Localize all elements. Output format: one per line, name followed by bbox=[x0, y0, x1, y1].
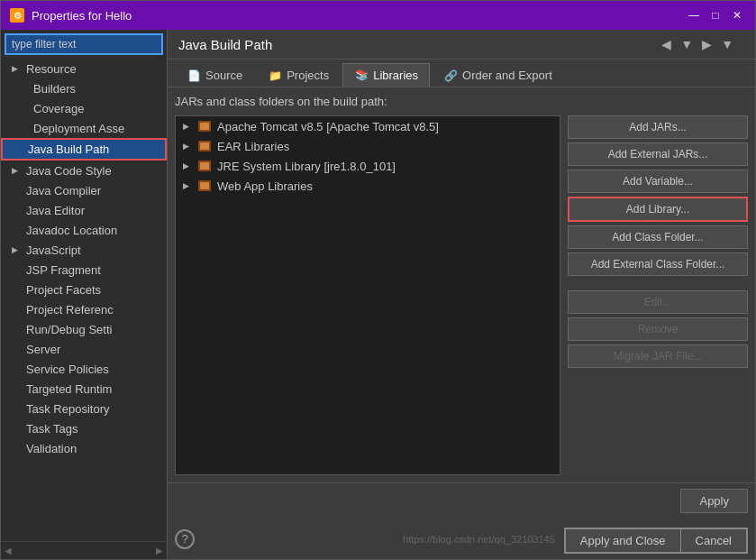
sidebar-item-label-run-debug: Run/Debug Setti bbox=[26, 323, 112, 336]
add-jars-button[interactable]: Add JARs... bbox=[568, 115, 748, 139]
tabs-bar: 📄 Source 📁 Projects 📚 Libraries 🔗 Order … bbox=[168, 60, 755, 87]
sidebar-item-deployment[interactable]: Deployment Asse bbox=[1, 118, 167, 138]
sidebar-item-targeted-runtime[interactable]: Targeted Runtim bbox=[1, 379, 167, 399]
add-variable-button[interactable]: Add Variable... bbox=[568, 170, 748, 193]
tree-item-jre[interactable]: ▶JRE System Library [jre1.8.0_101] bbox=[176, 156, 560, 176]
sidebar-item-server[interactable]: Server bbox=[1, 339, 167, 359]
sidebar-item-javascript[interactable]: ▶JavaScript bbox=[1, 240, 167, 260]
sidebar-item-task-tags[interactable]: Task Tags bbox=[1, 418, 167, 438]
sidebar-item-label-targeted-runtime: Targeted Runtim bbox=[26, 382, 112, 396]
sidebar-item-project-facets[interactable]: Project Facets bbox=[1, 280, 167, 299]
remove-button[interactable]: Remove bbox=[568, 317, 748, 341]
tab-projects[interactable]: 📁 Projects bbox=[256, 64, 341, 87]
minimize-button[interactable]: — bbox=[685, 6, 703, 24]
tree-icon-tomcat bbox=[197, 119, 212, 133]
sidebar-item-label-java-code-style: Java Code Style bbox=[26, 164, 112, 178]
add-class-folder-button[interactable]: Add Class Folder... bbox=[568, 225, 748, 249]
sidebar: ▶ResourceBuildersCoverageDeployment Asse… bbox=[1, 30, 168, 559]
status-url: https://blog.csdn.net/qq_32103145 bbox=[195, 534, 564, 545]
tab-order-export[interactable]: 🔗 Order and Export bbox=[432, 64, 564, 87]
tree-panel: ▶Apache Tomcat v8.5 [Apache Tomcat v8.5]… bbox=[175, 115, 560, 475]
libraries-tab-icon: 📚 bbox=[354, 68, 369, 82]
title-bar-left: ⚙ Properties for Hello bbox=[10, 8, 132, 23]
add-external-jars-button[interactable]: Add External JARs... bbox=[568, 142, 748, 166]
sidebar-item-label-task-repository: Task Repository bbox=[26, 402, 109, 416]
help-button[interactable]: ? bbox=[175, 529, 195, 549]
expand-arrow-javascript: ▶ bbox=[12, 245, 23, 254]
tree-item-ear-libraries[interactable]: ▶EAR Libraries bbox=[176, 136, 560, 156]
nav-dropdown-button[interactable]: ▼ bbox=[677, 35, 697, 53]
apply-and-close-button[interactable]: Apply and Close bbox=[565, 528, 681, 553]
nav-forward-button[interactable]: ▶ bbox=[698, 35, 715, 53]
sidebar-item-java-code-style[interactable]: ▶Java Code Style bbox=[1, 161, 167, 180]
sidebar-item-project-reference[interactable]: Project Referenc bbox=[1, 299, 167, 319]
sidebar-item-resource[interactable]: ▶Resource bbox=[1, 59, 167, 78]
cancel-button[interactable]: Cancel bbox=[681, 528, 747, 553]
expand-arrow-resource: ▶ bbox=[12, 64, 23, 73]
tree-item-webapp[interactable]: ▶Web App Libraries bbox=[176, 176, 560, 196]
tree-icon-webapp bbox=[197, 179, 212, 193]
tab-source[interactable]: 📄 Source bbox=[175, 64, 254, 87]
filter-input[interactable] bbox=[5, 33, 163, 55]
buttons-column: Add JARs... Add External JARs... Add Var… bbox=[568, 115, 748, 475]
add-external-class-folder-button[interactable]: Add External Class Folder... bbox=[568, 252, 748, 276]
close-button[interactable]: ✕ bbox=[728, 6, 746, 24]
sidebar-item-label-builders: Builders bbox=[33, 82, 76, 96]
tree-item-tomcat[interactable]: ▶Apache Tomcat v8.5 [Apache Tomcat v8.5] bbox=[176, 116, 560, 136]
jars-label: JARs and class folders on the build path… bbox=[175, 95, 748, 108]
apply-button[interactable]: Apply bbox=[680, 489, 748, 513]
sidebar-list: ▶ResourceBuildersCoverageDeployment Asse… bbox=[1, 59, 167, 541]
sidebar-item-java-compiler[interactable]: Java Compiler bbox=[1, 180, 167, 200]
panel-title: Java Build Path bbox=[178, 37, 272, 52]
tree-item-label-webapp: Web App Libraries bbox=[217, 179, 313, 193]
tree-arrow-jre: ▶ bbox=[183, 161, 192, 170]
main-content: ▶ResourceBuildersCoverageDeployment Asse… bbox=[1, 30, 755, 559]
sidebar-item-run-debug[interactable]: Run/Debug Setti bbox=[1, 319, 167, 339]
sidebar-item-label-resource: Resource bbox=[26, 62, 77, 76]
projects-tab-icon: 📁 bbox=[268, 69, 282, 83]
panel-body: JARs and class folders on the build path… bbox=[168, 87, 755, 482]
sidebar-item-label-java-compiler: Java Compiler bbox=[26, 184, 101, 197]
nav-back-button[interactable]: ◀ bbox=[658, 35, 675, 53]
bottom-row: ? https://blog.csdn.net/qq_32103145 Appl… bbox=[168, 519, 755, 559]
properties-window: ⚙ Properties for Hello — □ ✕ ▶ResourceBu… bbox=[0, 0, 756, 560]
sidebar-item-label-server: Server bbox=[26, 343, 60, 356]
sidebar-item-label-task-tags: Task Tags bbox=[26, 422, 78, 436]
title-bar-controls: — □ ✕ bbox=[685, 6, 746, 24]
panel-header-row: Java Build Path ◀ ▼ ▶ ▼ bbox=[168, 30, 755, 60]
tree-item-label-ear-libraries: EAR Libraries bbox=[217, 140, 289, 153]
sidebar-scroll-bottom: ◀ ▶ bbox=[1, 541, 167, 559]
sidebar-item-label-project-reference: Project Referenc bbox=[26, 303, 114, 317]
tab-projects-label: Projects bbox=[287, 69, 329, 82]
nav-dropdown2-button[interactable]: ▼ bbox=[717, 35, 737, 53]
edit-button[interactable]: Edit... bbox=[568, 290, 748, 314]
tree-arrow-webapp: ▶ bbox=[183, 181, 192, 190]
sidebar-item-label-service-policies: Service Policies bbox=[26, 363, 109, 376]
bottom-buttons: Apply and Close Cancel bbox=[564, 528, 748, 554]
sidebar-item-validation[interactable]: Validation bbox=[1, 438, 167, 458]
add-library-button[interactable]: Add Library... bbox=[568, 197, 748, 222]
tree-item-label-jre: JRE System Library [jre1.8.0_101] bbox=[217, 160, 396, 173]
sidebar-item-builders[interactable]: Builders bbox=[1, 78, 167, 98]
tree-item-label-tomcat: Apache Tomcat v8.5 [Apache Tomcat v8.5] bbox=[217, 120, 439, 133]
sidebar-item-java-build-path[interactable]: Java Build Path bbox=[1, 138, 167, 161]
sidebar-item-javadoc-location[interactable]: Javadoc Location bbox=[1, 220, 167, 240]
tree-icon-ear-libraries bbox=[197, 139, 212, 153]
window-icon: ⚙ bbox=[10, 8, 24, 23]
tab-libraries[interactable]: 📚 Libraries bbox=[342, 63, 430, 87]
tab-order-export-label: Order and Export bbox=[462, 69, 552, 82]
nav-arrows: ◀ ▼ ▶ ▼ bbox=[658, 35, 737, 53]
sidebar-item-label-javadoc-location: Javadoc Location bbox=[26, 224, 117, 237]
sidebar-item-java-editor[interactable]: Java Editor bbox=[1, 200, 167, 220]
sidebar-item-service-policies[interactable]: Service Policies bbox=[1, 359, 167, 379]
migrate-jar-button[interactable]: Migrate JAR File... bbox=[568, 344, 748, 368]
window-title: Properties for Hello bbox=[32, 9, 132, 23]
sidebar-item-label-coverage: Coverage bbox=[33, 102, 84, 115]
maximize-button[interactable]: □ bbox=[706, 6, 724, 24]
sidebar-item-jsp-fragment[interactable]: JSP Fragment bbox=[1, 260, 167, 280]
source-tab-icon: 📄 bbox=[187, 69, 201, 83]
sidebar-item-task-repository[interactable]: Task Repository bbox=[1, 399, 167, 418]
sidebar-item-coverage[interactable]: Coverage bbox=[1, 98, 167, 118]
sidebar-item-label-javascript: JavaScript bbox=[26, 243, 81, 257]
apply-bar: Apply bbox=[168, 482, 755, 519]
